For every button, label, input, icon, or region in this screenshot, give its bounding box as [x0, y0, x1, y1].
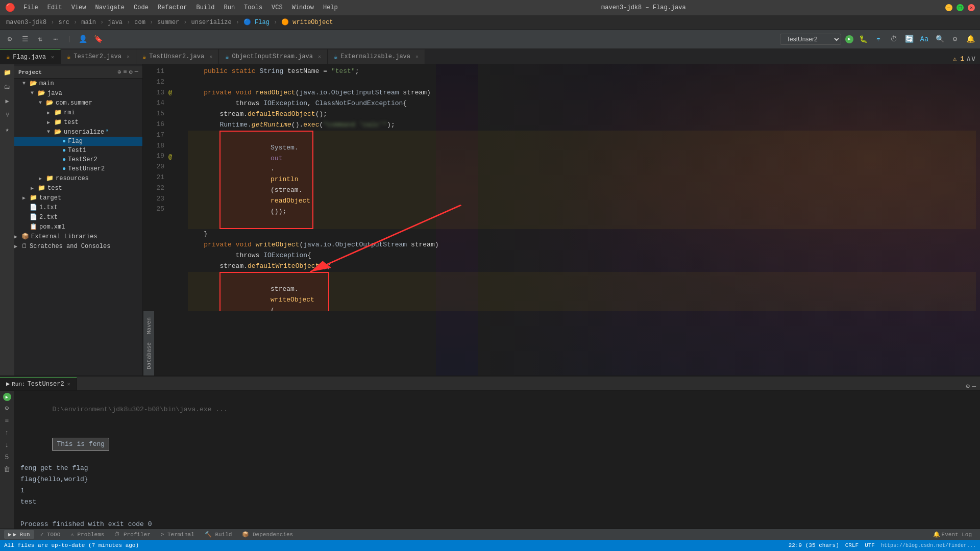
console-tool-btn-2[interactable]: ≡ — [2, 415, 12, 425]
breadcrumb-writeobject[interactable]: 🟠 writeObject — [279, 17, 335, 27]
tab-close-testunser2[interactable]: ✕ — [209, 54, 212, 60]
code-editor[interactable]: 11 12 13 14 15 16 17 18 19 20 21 22 23 2… — [143, 64, 980, 311]
breadcrumb-unserialize[interactable]: unserialize — [189, 18, 234, 27]
toolbar-search-btn[interactable]: 👤 — [78, 34, 89, 45]
menu-tools[interactable]: Tools — [240, 3, 266, 12]
coverage-button[interactable]: ☂ — [873, 34, 884, 45]
toolbar-sort-btn[interactable]: ⇅ — [35, 34, 46, 45]
tree-item-com-summer[interactable]: ▼ 📂 com.summer — [14, 98, 142, 108]
close-button[interactable]: ✕ — [968, 4, 975, 11]
sidebar-icon-run[interactable]: ▶ — [1, 95, 13, 107]
panel-icon-collapse[interactable]: ≡ — [123, 68, 127, 76]
bottom-minimize-btn[interactable]: — — [972, 383, 976, 390]
bottom-tool-todo[interactable]: ✓ TODO — [36, 530, 65, 539]
tree-item-target[interactable]: ▶ 📁 target — [14, 193, 142, 203]
right-tab-maven[interactable]: Maven — [145, 313, 153, 338]
tree-item-testser2[interactable]: ● TestSer2 — [14, 155, 142, 164]
minimize-button[interactable]: — — [945, 4, 952, 11]
breadcrumb-flag[interactable]: 🔵 Flag — [241, 17, 272, 27]
tree-item-main[interactable]: ▼ 📂 main — [14, 79, 142, 88]
console-run-btn[interactable]: ▶ — [3, 393, 11, 401]
tree-item-ext-libs[interactable]: ▶ 📦 External Libraries — [14, 232, 142, 241]
tab-externalizable[interactable]: ☕ Externalizable.java ✕ — [328, 49, 425, 64]
tab-flag-java[interactable]: ☕ Flag.java ✕ — [0, 49, 61, 64]
console-tool-btn-4[interactable]: ↓ — [2, 440, 12, 450]
tree-item-pomxml[interactable]: 📋 pom.xml — [14, 222, 142, 232]
menu-view[interactable]: View — [67, 3, 90, 12]
bottom-settings-btn[interactable]: ⚙ — [966, 382, 970, 390]
bottom-tab-run[interactable]: ▶ Run: TestUnser2 ✕ — [0, 377, 77, 390]
code-content[interactable]: public static String testName = "test" ;… — [184, 64, 980, 311]
breadcrumb-java[interactable]: java — [106, 18, 125, 27]
breadcrumb-summer[interactable]: summer — [155, 18, 181, 27]
bottom-tool-profiler[interactable]: ⏱ Profiler — [110, 530, 154, 539]
profile-button[interactable]: ⏱ — [888, 34, 899, 45]
status-encoding[interactable]: UTF — [865, 542, 875, 548]
warning-next[interactable]: ∨ — [971, 54, 976, 64]
maximize-button[interactable]: □ — [957, 4, 964, 11]
menu-build[interactable]: Build — [192, 3, 218, 12]
toolbar-more-btn[interactable]: ⋯ — [50, 34, 61, 45]
tab-close-testser2[interactable]: ✕ — [127, 54, 130, 60]
console-tool-btn-5[interactable]: 5 — [2, 452, 12, 462]
tree-item-1txt[interactable]: 📄 1.txt — [14, 203, 142, 212]
bottom-tool-terminal[interactable]: > Terminal — [157, 531, 199, 539]
warning-prev[interactable]: ∧ — [966, 54, 971, 64]
breadcrumb-main[interactable]: main — [79, 18, 98, 27]
bottom-tool-problems[interactable]: ⚠ Problems — [66, 530, 108, 539]
run-tab-close[interactable]: ✕ — [67, 381, 70, 387]
breadcrumb-com[interactable]: com — [132, 18, 148, 27]
vcs-update-button[interactable]: 🔄 — [903, 34, 915, 45]
console-tool-btn-6[interactable]: 🗑 — [2, 464, 12, 474]
status-position[interactable]: 22:9 (35 chars) — [789, 542, 839, 548]
panel-icon-close[interactable]: — — [135, 68, 138, 76]
console-tool-btn-1[interactable]: ⚙ — [2, 403, 12, 413]
panel-icon-locate[interactable]: ⊕ — [117, 68, 121, 76]
tab-close-ois[interactable]: ✕ — [318, 54, 321, 60]
tree-item-java[interactable]: ▼ 📂 java — [14, 88, 142, 98]
menu-navigate[interactable]: Navigate — [91, 3, 129, 12]
tree-item-resources[interactable]: ▶ 📁 resources — [14, 173, 142, 183]
notifications-btn[interactable]: 🔔 — [965, 34, 976, 45]
tree-item-scratches[interactable]: ▶ 🗒 Scratches and Consoles — [14, 241, 142, 251]
menu-edit[interactable]: Edit — [43, 3, 66, 12]
menu-help[interactable]: Help — [319, 3, 342, 12]
breadcrumb-project[interactable]: maven3-jdk8 — [4, 18, 48, 27]
tree-item-test[interactable]: ▶ 📁 test — [14, 117, 142, 127]
tab-testunser2[interactable]: ☕ TestUnser2.java ✕ — [136, 49, 219, 64]
tab-close-flag[interactable]: ✕ — [51, 54, 54, 60]
tab-close-ext[interactable]: ✕ — [415, 54, 419, 60]
menu-vcs[interactable]: VCS — [267, 3, 287, 12]
console-tool-btn-3[interactable]: ↑ — [2, 428, 12, 438]
settings-btn[interactable]: ⚙ — [949, 34, 961, 45]
run-button[interactable]: ▶ — [845, 35, 853, 43]
menu-window[interactable]: Window — [288, 3, 318, 12]
tree-item-test-src[interactable]: ▶ 📁 test — [14, 183, 142, 193]
breadcrumb-src[interactable]: src — [56, 18, 71, 27]
toolbar-list-btn[interactable]: ☰ — [19, 34, 31, 45]
bottom-tool-build[interactable]: 🔨 Build — [201, 530, 236, 539]
debug-button[interactable]: 🐛 — [857, 34, 869, 45]
tree-item-unserialize[interactable]: ▼ 📂 unserialize * — [14, 127, 142, 137]
menu-refactor[interactable]: Refactor — [154, 3, 191, 12]
translate-button[interactable]: Aa — [919, 34, 930, 45]
bottom-tool-run[interactable]: ▶ ▶ Run — [4, 530, 34, 539]
tab-objectinputstream[interactable]: ☕ ObjectInputStream.java ✕ — [219, 49, 328, 64]
menu-code[interactable]: Code — [130, 3, 153, 12]
toolbar-bookmark-btn[interactable]: 🔖 — [93, 34, 104, 45]
tree-item-rmi[interactable]: ▶ 📁 rmi — [14, 108, 142, 117]
menu-file[interactable]: File — [19, 3, 42, 12]
tree-item-2txt[interactable]: 📄 2.txt — [14, 212, 142, 222]
sidebar-icon-structure[interactable]: 🗂 — [1, 81, 13, 93]
tab-testser2[interactable]: ☕ TestSer2.java ✕ — [61, 49, 136, 64]
tree-item-flag[interactable]: ● Flag — [14, 137, 142, 146]
menu-run[interactable]: Run — [219, 3, 239, 12]
sidebar-icon-git[interactable]: ⑂ — [1, 109, 13, 121]
sidebar-icon-favorites[interactable]: ★ — [1, 123, 13, 136]
tree-item-testunser2[interactable]: ● TestUnser2 — [14, 164, 142, 173]
panel-icon-settings[interactable]: ⚙ — [129, 68, 133, 76]
run-config-selector[interactable]: TestUnser2 — [780, 34, 841, 45]
bottom-tool-dependencies[interactable]: 📦 Dependencies — [238, 530, 297, 539]
bottom-tool-event-log[interactable]: 🔔 Event Log — [929, 530, 976, 539]
sidebar-icon-project[interactable]: 📁 — [1, 66, 13, 79]
